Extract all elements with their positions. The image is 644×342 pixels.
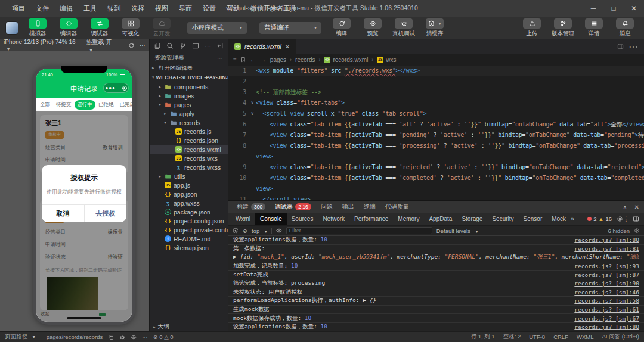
source-link[interactable]: records.js? [sm]:46 bbox=[574, 289, 639, 296]
devtools-tab-Performance[interactable]: Performance bbox=[349, 213, 393, 225]
code-area[interactable]: 1<wxs module="filters" src="./records.wx… bbox=[228, 66, 644, 200]
problems-indicator[interactable]: ⊗ 0 △ 0 bbox=[153, 334, 174, 340]
devtools-tab-Sensor[interactable]: Sensor bbox=[519, 213, 547, 225]
compile-真机调试[interactable]: 真机调试 bbox=[391, 18, 417, 38]
menu-item-工具[interactable]: 工具 bbox=[79, 2, 101, 15]
more-icon[interactable]: ⋯ bbox=[140, 42, 145, 49]
filter-tab-全部[interactable]: 全部 bbox=[37, 100, 53, 110]
menu-item-项目[interactable]: 项目 bbox=[7, 2, 30, 15]
hot-reload-toggle[interactable]: 热重载 开 ▾ bbox=[86, 38, 119, 53]
devtools-tab-Mock[interactable]: Mock bbox=[547, 213, 571, 225]
console-log-list[interactable]: 设置applications数据，数量: 10records.js? [sm]:… bbox=[228, 236, 644, 331]
kebab-icon[interactable]: ⋮ bbox=[623, 216, 629, 222]
tree-item-records.wxml[interactable]: <>records.wxml bbox=[150, 145, 228, 154]
devtools-tab-Console[interactable]: Console bbox=[255, 213, 287, 225]
clear-console-icon[interactable]: ⊘ bbox=[243, 228, 247, 234]
branch-icon[interactable] bbox=[179, 42, 187, 49]
inspect-icon[interactable] bbox=[233, 228, 239, 234]
split-editor-icon[interactable] bbox=[617, 43, 624, 50]
tab-records-wxml[interactable]: <> records.wxml ✕ bbox=[228, 39, 296, 54]
source-link[interactable]: records.js? [sm]:80 bbox=[574, 324, 639, 330]
settings-gear-icon[interactable] bbox=[634, 228, 640, 234]
close-icon[interactable]: ✕ bbox=[285, 43, 290, 50]
tree-item-components[interactable]: ▸components bbox=[150, 82, 228, 91]
project-root[interactable]: ▾WECHAT-SERVICE-PAY-JINJIAN-... bbox=[150, 73, 228, 82]
filter-tab-进行中[interactable]: 进行中 bbox=[75, 100, 96, 110]
menu-item-微信开发者工具[interactable]: 微信开发者工具 bbox=[246, 2, 301, 15]
tree-item-apply[interactable]: ▸apply bbox=[150, 109, 228, 118]
console-log-row[interactable]: 筛选完成，当前标签: processingrecords.js? [sm]:90 bbox=[228, 279, 644, 288]
toggle-可视化[interactable]: 可视化 bbox=[117, 18, 144, 38]
tree-item-project.config.json[interactable]: {}project.config.json bbox=[150, 216, 228, 225]
tree-item-records.wxs[interactable]: JSrecords.wxs bbox=[150, 154, 228, 163]
filter-tab-已完成[interactable]: 已完成 bbox=[117, 100, 133, 110]
console-log-row[interactable]: ▶ {id: "mock_1", userId: "mock_user_vb59… bbox=[228, 253, 644, 262]
filter-tab-待提交[interactable]: 待提交 bbox=[53, 100, 75, 110]
overflow-icon[interactable]: » bbox=[571, 216, 574, 222]
panel-tab-输出[interactable]: 输出 bbox=[339, 201, 358, 213]
settings-gear-icon[interactable] bbox=[617, 216, 623, 222]
compile-预览[interactable]: 预览 bbox=[360, 18, 386, 38]
dock-side-icon[interactable] bbox=[633, 216, 639, 222]
log-levels-select[interactable]: Default levels ▾ bbox=[436, 228, 478, 234]
breadcrumb-records[interactable]: records bbox=[295, 57, 315, 63]
tree-item-pages[interactable]: ▾pages bbox=[150, 100, 228, 109]
eye-icon[interactable] bbox=[131, 334, 137, 340]
status-item[interactable]: WXML bbox=[577, 334, 594, 340]
breadcrumb-records.wxml[interactable]: <>records.wxml bbox=[324, 57, 368, 63]
menu-item-选择[interactable]: 选择 bbox=[126, 2, 149, 15]
toggle-模拟器[interactable]: 模拟器 bbox=[24, 18, 51, 38]
more-icon[interactable]: ⋯ bbox=[628, 41, 638, 52]
devtools-tab-AppData[interactable]: AppData bbox=[424, 213, 457, 225]
maximize-button[interactable]: □ bbox=[603, 0, 624, 17]
back-icon[interactable]: ← bbox=[250, 56, 256, 63]
toggle-云开发[interactable]: 云开发 bbox=[148, 18, 175, 38]
refresh-icon[interactable] bbox=[128, 42, 135, 49]
user-avatar[interactable] bbox=[5, 21, 18, 35]
console-filter-input[interactable] bbox=[286, 227, 432, 234]
bookmark-icon[interactable] bbox=[240, 57, 246, 63]
status-item[interactable]: CRLF bbox=[553, 334, 568, 340]
compile-清缓存[interactable]: ▾清缓存 bbox=[422, 18, 448, 38]
tree-item-records[interactable]: ▾records bbox=[150, 118, 228, 127]
console-log-row[interactable]: 未授权状态: 用户取消授权records.js? [sm]:46 bbox=[228, 288, 644, 297]
search-icon[interactable] bbox=[166, 42, 174, 49]
console-log-row[interactable]: 设置applications数据，数量: 10records.js? [sm]:… bbox=[228, 323, 644, 331]
source-link[interactable]: records.js? [sm]:81 bbox=[574, 245, 639, 252]
source-link[interactable]: records.js? [sm]:90 bbox=[574, 280, 639, 287]
eye-icon[interactable] bbox=[276, 228, 282, 234]
home-capsule-icon[interactable] bbox=[122, 86, 127, 91]
copy-icon[interactable] bbox=[108, 334, 114, 340]
panel-tab-代码质量[interactable]: 代码质量 bbox=[382, 201, 413, 213]
menu-item-文件[interactable]: 文件 bbox=[31, 2, 54, 15]
source-link[interactable]: records.js? [sm]:61 bbox=[574, 306, 639, 313]
cancel-button[interactable]: 取消 bbox=[42, 205, 85, 222]
publish-版本管理[interactable]: 版本管理 bbox=[550, 18, 576, 38]
devtools-tab-Sources[interactable]: Sources bbox=[287, 213, 318, 225]
forward-icon[interactable]: → bbox=[260, 56, 267, 63]
eye-icon[interactable] bbox=[131, 334, 137, 340]
publish-详情[interactable]: 详情 bbox=[581, 18, 607, 38]
panel-icon[interactable] bbox=[617, 43, 624, 50]
bookmark-icon[interactable] bbox=[240, 57, 246, 63]
more-dots-icon[interactable]: ●●● bbox=[105, 85, 116, 91]
toggle-编辑器[interactable]: 编辑器 bbox=[55, 18, 82, 38]
more-icon[interactable]: ⋯ bbox=[205, 42, 211, 49]
console-log-row[interactable]: 第一条数据: records.js? [sm]:81 bbox=[228, 245, 644, 254]
devtools-tab-Memory[interactable]: Memory bbox=[393, 213, 424, 225]
tree-item-sitemap.json[interactable]: {}sitemap.json bbox=[150, 243, 228, 252]
outline-icon[interactable]: ≡ bbox=[233, 57, 237, 63]
windowi-icon[interactable] bbox=[192, 42, 199, 49]
source-link[interactable]: records.js? [sm]:67 bbox=[574, 315, 639, 322]
tree-item-app.json[interactable]: {}app.json bbox=[150, 189, 228, 198]
tree-item-records.json[interactable]: {}records.json bbox=[150, 136, 228, 145]
toggle-调试器[interactable]: 调试器 bbox=[86, 18, 113, 38]
tree-item-app.js[interactable]: JSapp.js bbox=[150, 181, 228, 189]
open-editors-section[interactable]: ▸打开的编辑器 bbox=[150, 63, 228, 73]
close-panel-icon[interactable]: ✕ bbox=[634, 204, 639, 210]
tree-item-project.private.config...[interactable]: {}project.private.config... bbox=[150, 225, 228, 234]
status-item[interactable]: UTF-8 bbox=[529, 334, 545, 340]
menu-item-编辑[interactable]: 编辑 bbox=[55, 2, 78, 15]
menu-item-视图[interactable]: 视图 bbox=[150, 2, 173, 15]
copy-icon[interactable] bbox=[108, 334, 114, 340]
